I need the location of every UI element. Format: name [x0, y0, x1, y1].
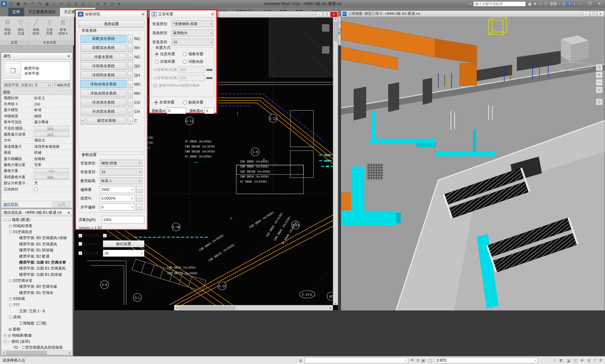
- system-down-icon[interactable]: ↓: [128, 108, 133, 115]
- ref-external-link-checkbox[interactable]: ✓: [103, 234, 107, 238]
- pipe-system-button[interactable]: 冷凝水系统: [80, 53, 126, 61]
- app-store-x-icon[interactable]: X: [562, 1, 565, 6]
- parameter-select[interactable]: 15∨: [100, 169, 142, 175]
- system-down-icon[interactable]: ↓: [128, 44, 133, 52]
- tree-item[interactable]: 楼层平面: B0 空调冷媒: [1, 284, 72, 290]
- tree-horizontal-scrollbar[interactable]: ◂ ▸: [1, 350, 72, 355]
- minus-button[interactable]: -: [136, 186, 142, 193]
- ribbon-button-多管绘制[interactable]: ≣多管绘制 ▾: [56, 17, 70, 35]
- signin-button[interactable]: 登录: [550, 1, 557, 7]
- tree-item[interactable]: 立面: 立面 1 - b: [1, 308, 72, 314]
- layout-mode-radio[interactable]: 墙角布置: [183, 51, 211, 57]
- angle-select[interactable]: 30∨: [103, 250, 144, 257]
- graphics-section-header[interactable]: 图形: [1, 89, 72, 95]
- thin-lines-icon[interactable]: ≡: [94, 1, 101, 7]
- canvas-tool-icon[interactable]: [322, 46, 329, 53]
- 3d-canvas[interactable]: [341, 17, 605, 310]
- pipe-system-button[interactable]: 冷热水供水系统: [80, 80, 126, 88]
- apply-button[interactable]: 应用: [53, 202, 70, 207]
- property-value[interactable]: <无>: [33, 168, 72, 174]
- tree-item[interactable]: 楼层平面: 出图 B1 空调通风: [1, 265, 72, 271]
- layout-mode-radio[interactable]: 沿墙布置: [155, 59, 183, 64]
- text-icon[interactable]: A: [73, 1, 79, 7]
- user-icon[interactable]: ☉: [544, 2, 548, 6]
- scroll-left-icon[interactable]: ◂: [174, 306, 179, 309]
- parameter-select[interactable]: 钢管-焊接∨: [100, 160, 142, 167]
- exchange-apps-icon[interactable]: ✦: [533, 2, 537, 6]
- tree-item[interactable]: -其他: [1, 314, 72, 320]
- system-down-icon[interactable]: ↓: [128, 62, 133, 70]
- sync-icon[interactable]: ↻: [22, 1, 29, 7]
- parameter-select[interactable]: 0∨: [100, 204, 135, 211]
- pipe-system-button[interactable]: 冷却供水系统: [80, 62, 126, 70]
- pipe-system-button[interactable]: 冷热水回水系统: [80, 89, 126, 97]
- layout-mode-radio[interactable]: 任意布置: [155, 51, 183, 57]
- revit-logo-icon[interactable]: R: [1, 1, 7, 6]
- property-checkbox[interactable]: [34, 188, 38, 191]
- ribbon-button-强化过滤[interactable]: ▽强化过滤: [14, 17, 28, 35]
- open-icon[interactable]: ❒: [8, 1, 14, 7]
- radio-icon[interactable]: [155, 60, 158, 64]
- collapse-icon[interactable]: -: [9, 304, 12, 307]
- riser-dialog-close-icon[interactable]: ✕: [211, 12, 214, 17]
- pipe-system-button[interactable]: 采暖供水系统: [80, 35, 126, 43]
- system-down-icon[interactable]: ↓: [128, 89, 133, 97]
- system-down-icon[interactable]: ↓: [128, 53, 133, 61]
- properties-help-link[interactable]: 属性帮助: [3, 202, 18, 207]
- draw-dialog-close-icon[interactable]: ✕: [142, 12, 145, 17]
- plan-close-button[interactable]: ✕: [330, 12, 337, 17]
- property-edit-button[interactable]: 编辑...: [34, 132, 69, 137]
- lock-angle-checkbox[interactable]: ✓: [78, 251, 82, 255]
- level-mode-radio[interactable]: 标高布置: [183, 100, 212, 105]
- select-link-icon[interactable]: ⌗: [554, 358, 556, 363]
- sync-status-icon[interactable]: ▣: [421, 358, 425, 363]
- parameter-select[interactable]: 0.0000%∨: [100, 195, 135, 202]
- ribbon-group-label[interactable]: 水管布置: [29, 40, 70, 45]
- select-pinned-icon[interactable]: ◪: [566, 358, 570, 363]
- minimize-button[interactable]: ─: [577, 1, 584, 7]
- properties-close-icon[interactable]: ✕: [67, 54, 70, 58]
- collapse-icon[interactable]: -: [9, 279, 12, 282]
- save-icon[interactable]: ▣: [15, 1, 21, 7]
- pipe-system-button[interactable]: 采暖回水系统: [80, 44, 126, 52]
- bottom-elev-input[interactable]: 0: [167, 108, 186, 114]
- scroll-thumb[interactable]: [6, 351, 47, 355]
- tree-item[interactable]: -01空调风管: [1, 229, 72, 235]
- measure-icon[interactable]: ↔: [51, 1, 57, 7]
- system-down-icon[interactable]: ↓: [128, 99, 133, 106]
- collapse-icon[interactable]: -: [9, 231, 12, 233]
- plan-horizontal-scrollbar[interactable]: ◂ ▸: [74, 305, 333, 310]
- radio-icon[interactable]: [183, 52, 187, 56]
- property-edit-button[interactable]: <无>: [34, 169, 69, 173]
- redo-icon[interactable]: ↷: [37, 1, 43, 7]
- search-input[interactable]: [473, 1, 526, 7]
- system-down-icon[interactable]: ↓: [128, 35, 133, 43]
- project-browser-close-icon[interactable]: ✕: [67, 211, 70, 215]
- plan-vertical-scrollbar[interactable]: ▴ ▾: [333, 18, 338, 305]
- scroll-up-icon[interactable]: ▴: [333, 18, 338, 20]
- tag-settings-button[interactable]: 标记设置: [103, 240, 144, 247]
- property-value[interactable]: 编辑...: [33, 126, 72, 131]
- ribbon-group-label[interactable]: 设置: [0, 40, 28, 45]
- parameter-select[interactable]: 标高 1∨: [100, 177, 142, 184]
- undo-icon[interactable]: ↶: [29, 1, 36, 7]
- scroll-right-icon[interactable]: ▸: [67, 351, 72, 354]
- scroll-thumb[interactable]: [179, 306, 235, 310]
- pipe-system-button[interactable]: 冷却回水系统: [80, 71, 126, 79]
- minus-button[interactable]: -: [136, 195, 142, 202]
- switch-windows-icon[interactable]: ▢: [109, 1, 115, 7]
- scroll-thumb[interactable]: [334, 22, 337, 41]
- properties-header[interactable]: 属性 ✕: [1, 53, 72, 60]
- aligned-dimension-icon[interactable]: ⊢: [58, 1, 65, 7]
- filter-icon[interactable]: ▽: [594, 358, 597, 363]
- tree-item[interactable]: 楼层平面: B1 空调水: [1, 290, 72, 296]
- exclude-options-icon[interactable]: ◍: [587, 358, 590, 363]
- property-value[interactable]: 编辑...: [33, 131, 72, 137]
- help-icon[interactable]: ?: [567, 2, 572, 6]
- design-options-icon[interactable]: ▢: [428, 358, 432, 363]
- riser-field-select[interactable]: *无缝钢管-焊接∨: [172, 20, 214, 27]
- tree-item[interactable]: 01 - 二层空调通风及防排烟系: [1, 345, 72, 350]
- riser-field-select[interactable]: 家用热水∨: [172, 29, 214, 36]
- expand-icon[interactable]: +: [9, 225, 12, 228]
- tree-item[interactable]: -02空调水管: [1, 278, 72, 284]
